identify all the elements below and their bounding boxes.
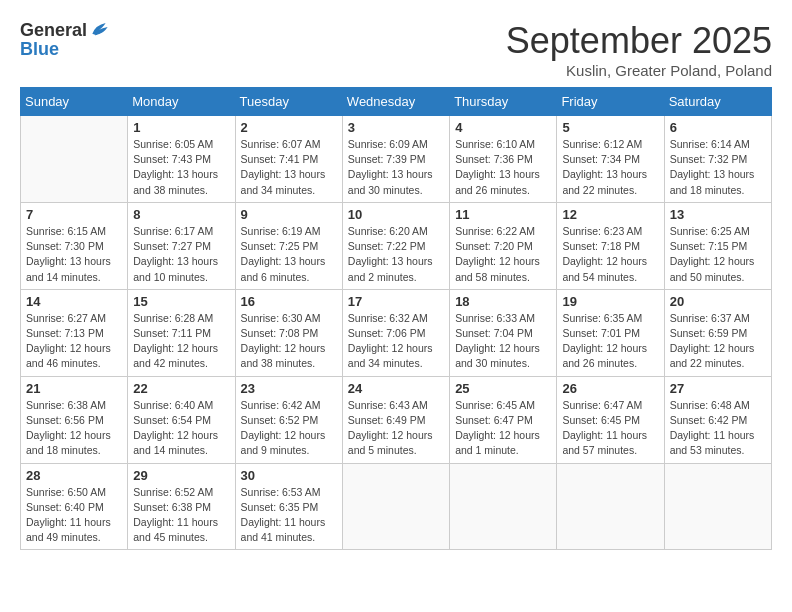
day-info: Sunrise: 6:07 AMSunset: 7:41 PMDaylight:… xyxy=(241,137,337,198)
day-info: Sunrise: 6:10 AMSunset: 7:36 PMDaylight:… xyxy=(455,137,551,198)
day-info: Sunrise: 6:12 AMSunset: 7:34 PMDaylight:… xyxy=(562,137,658,198)
day-number: 4 xyxy=(455,120,551,135)
day-number: 27 xyxy=(670,381,766,396)
day-number: 14 xyxy=(26,294,122,309)
day-info: Sunrise: 6:47 AMSunset: 6:45 PMDaylight:… xyxy=(562,398,658,459)
day-info: Sunrise: 6:42 AMSunset: 6:52 PMDaylight:… xyxy=(241,398,337,459)
calendar-cell: 13Sunrise: 6:25 AMSunset: 7:15 PMDayligh… xyxy=(664,202,771,289)
calendar-cell: 18Sunrise: 6:33 AMSunset: 7:04 PMDayligh… xyxy=(450,289,557,376)
day-info: Sunrise: 6:48 AMSunset: 6:42 PMDaylight:… xyxy=(670,398,766,459)
calendar-table: SundayMondayTuesdayWednesdayThursdayFrid… xyxy=(20,87,772,550)
day-info: Sunrise: 6:40 AMSunset: 6:54 PMDaylight:… xyxy=(133,398,229,459)
calendar-cell: 27Sunrise: 6:48 AMSunset: 6:42 PMDayligh… xyxy=(664,376,771,463)
day-number: 12 xyxy=(562,207,658,222)
day-info: Sunrise: 6:33 AMSunset: 7:04 PMDaylight:… xyxy=(455,311,551,372)
day-info: Sunrise: 6:30 AMSunset: 7:08 PMDaylight:… xyxy=(241,311,337,372)
week-row-1: 1Sunrise: 6:05 AMSunset: 7:43 PMDaylight… xyxy=(21,116,772,203)
day-number: 1 xyxy=(133,120,229,135)
calendar-cell xyxy=(557,463,664,550)
day-number: 9 xyxy=(241,207,337,222)
day-number: 20 xyxy=(670,294,766,309)
day-info: Sunrise: 6:17 AMSunset: 7:27 PMDaylight:… xyxy=(133,224,229,285)
day-info: Sunrise: 6:23 AMSunset: 7:18 PMDaylight:… xyxy=(562,224,658,285)
day-number: 23 xyxy=(241,381,337,396)
calendar-cell: 12Sunrise: 6:23 AMSunset: 7:18 PMDayligh… xyxy=(557,202,664,289)
calendar-cell: 6Sunrise: 6:14 AMSunset: 7:32 PMDaylight… xyxy=(664,116,771,203)
header-day-wednesday: Wednesday xyxy=(342,88,449,116)
day-info: Sunrise: 6:19 AMSunset: 7:25 PMDaylight:… xyxy=(241,224,337,285)
header-day-saturday: Saturday xyxy=(664,88,771,116)
day-info: Sunrise: 6:50 AMSunset: 6:40 PMDaylight:… xyxy=(26,485,122,546)
calendar-cell: 26Sunrise: 6:47 AMSunset: 6:45 PMDayligh… xyxy=(557,376,664,463)
calendar-cell xyxy=(664,463,771,550)
week-row-4: 21Sunrise: 6:38 AMSunset: 6:56 PMDayligh… xyxy=(21,376,772,463)
day-number: 24 xyxy=(348,381,444,396)
day-info: Sunrise: 6:35 AMSunset: 7:01 PMDaylight:… xyxy=(562,311,658,372)
calendar-cell: 30Sunrise: 6:53 AMSunset: 6:35 PMDayligh… xyxy=(235,463,342,550)
calendar-cell: 29Sunrise: 6:52 AMSunset: 6:38 PMDayligh… xyxy=(128,463,235,550)
day-info: Sunrise: 6:22 AMSunset: 7:20 PMDaylight:… xyxy=(455,224,551,285)
day-info: Sunrise: 6:38 AMSunset: 6:56 PMDaylight:… xyxy=(26,398,122,459)
day-number: 11 xyxy=(455,207,551,222)
header-day-tuesday: Tuesday xyxy=(235,88,342,116)
calendar-cell: 3Sunrise: 6:09 AMSunset: 7:39 PMDaylight… xyxy=(342,116,449,203)
day-number: 19 xyxy=(562,294,658,309)
day-info: Sunrise: 6:52 AMSunset: 6:38 PMDaylight:… xyxy=(133,485,229,546)
day-number: 7 xyxy=(26,207,122,222)
day-number: 17 xyxy=(348,294,444,309)
day-number: 28 xyxy=(26,468,122,483)
month-title: September 2025 xyxy=(506,20,772,62)
calendar-cell: 1Sunrise: 6:05 AMSunset: 7:43 PMDaylight… xyxy=(128,116,235,203)
header-row: SundayMondayTuesdayWednesdayThursdayFrid… xyxy=(21,88,772,116)
calendar-cell: 11Sunrise: 6:22 AMSunset: 7:20 PMDayligh… xyxy=(450,202,557,289)
day-number: 6 xyxy=(670,120,766,135)
calendar-cell: 14Sunrise: 6:27 AMSunset: 7:13 PMDayligh… xyxy=(21,289,128,376)
title-section: September 2025 Kuslin, Greater Poland, P… xyxy=(506,20,772,79)
day-number: 10 xyxy=(348,207,444,222)
week-row-2: 7Sunrise: 6:15 AMSunset: 7:30 PMDaylight… xyxy=(21,202,772,289)
header-day-thursday: Thursday xyxy=(450,88,557,116)
location-title: Kuslin, Greater Poland, Poland xyxy=(506,62,772,79)
calendar-cell: 5Sunrise: 6:12 AMSunset: 7:34 PMDaylight… xyxy=(557,116,664,203)
day-number: 5 xyxy=(562,120,658,135)
calendar-cell: 24Sunrise: 6:43 AMSunset: 6:49 PMDayligh… xyxy=(342,376,449,463)
day-number: 25 xyxy=(455,381,551,396)
day-info: Sunrise: 6:20 AMSunset: 7:22 PMDaylight:… xyxy=(348,224,444,285)
header-day-friday: Friday xyxy=(557,88,664,116)
calendar-cell: 4Sunrise: 6:10 AMSunset: 7:36 PMDaylight… xyxy=(450,116,557,203)
week-row-3: 14Sunrise: 6:27 AMSunset: 7:13 PMDayligh… xyxy=(21,289,772,376)
day-number: 30 xyxy=(241,468,337,483)
day-number: 16 xyxy=(241,294,337,309)
calendar-cell: 15Sunrise: 6:28 AMSunset: 7:11 PMDayligh… xyxy=(128,289,235,376)
calendar-cell: 7Sunrise: 6:15 AMSunset: 7:30 PMDaylight… xyxy=(21,202,128,289)
logo: General Blue xyxy=(20,20,109,59)
day-number: 13 xyxy=(670,207,766,222)
calendar-cell: 21Sunrise: 6:38 AMSunset: 6:56 PMDayligh… xyxy=(21,376,128,463)
day-info: Sunrise: 6:09 AMSunset: 7:39 PMDaylight:… xyxy=(348,137,444,198)
calendar-cell xyxy=(342,463,449,550)
header-day-monday: Monday xyxy=(128,88,235,116)
page-header: General Blue September 2025 Kuslin, Grea… xyxy=(20,20,772,79)
day-info: Sunrise: 6:25 AMSunset: 7:15 PMDaylight:… xyxy=(670,224,766,285)
day-number: 29 xyxy=(133,468,229,483)
day-number: 8 xyxy=(133,207,229,222)
day-info: Sunrise: 6:43 AMSunset: 6:49 PMDaylight:… xyxy=(348,398,444,459)
calendar-cell: 20Sunrise: 6:37 AMSunset: 6:59 PMDayligh… xyxy=(664,289,771,376)
calendar-cell: 19Sunrise: 6:35 AMSunset: 7:01 PMDayligh… xyxy=(557,289,664,376)
calendar-cell: 9Sunrise: 6:19 AMSunset: 7:25 PMDaylight… xyxy=(235,202,342,289)
day-number: 3 xyxy=(348,120,444,135)
calendar-cell: 25Sunrise: 6:45 AMSunset: 6:47 PMDayligh… xyxy=(450,376,557,463)
header-day-sunday: Sunday xyxy=(21,88,128,116)
day-number: 21 xyxy=(26,381,122,396)
day-number: 22 xyxy=(133,381,229,396)
calendar-cell: 2Sunrise: 6:07 AMSunset: 7:41 PMDaylight… xyxy=(235,116,342,203)
logo-blue: Blue xyxy=(20,39,59,59)
day-info: Sunrise: 6:28 AMSunset: 7:11 PMDaylight:… xyxy=(133,311,229,372)
day-info: Sunrise: 6:14 AMSunset: 7:32 PMDaylight:… xyxy=(670,137,766,198)
day-number: 15 xyxy=(133,294,229,309)
day-info: Sunrise: 6:32 AMSunset: 7:06 PMDaylight:… xyxy=(348,311,444,372)
day-info: Sunrise: 6:45 AMSunset: 6:47 PMDaylight:… xyxy=(455,398,551,459)
week-row-5: 28Sunrise: 6:50 AMSunset: 6:40 PMDayligh… xyxy=(21,463,772,550)
calendar-cell: 22Sunrise: 6:40 AMSunset: 6:54 PMDayligh… xyxy=(128,376,235,463)
logo-bird-icon xyxy=(89,20,109,40)
